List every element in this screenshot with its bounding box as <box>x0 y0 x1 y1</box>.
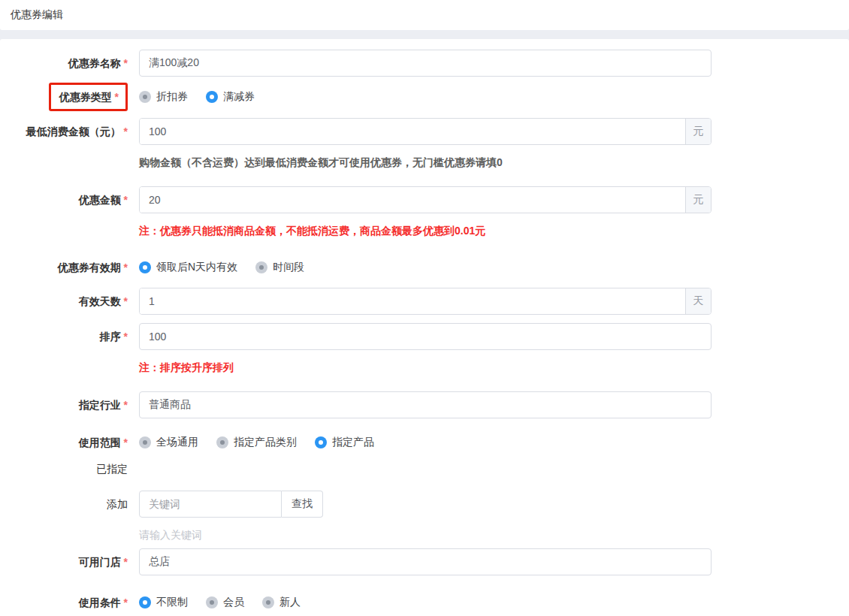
radio-label: 不限制 <box>156 596 188 609</box>
radio-icon <box>262 596 274 608</box>
field-available-store: 可用门店 <box>0 548 849 575</box>
radio-option-specified-category[interactable]: 指定产品类别 <box>216 436 297 449</box>
min-spend-label: 最低消费金额（元） <box>26 125 128 137</box>
usage-scope-label: 使用范围 <box>79 436 128 448</box>
radio-option-discount-coupon[interactable]: 折扣券 <box>139 90 188 104</box>
industry-label: 指定行业 <box>79 399 128 411</box>
min-spend-input[interactable] <box>140 119 685 144</box>
coupon-type-label: 优惠券类型 <box>59 91 119 103</box>
keyword-hint-text: 请输入关键词 <box>139 528 712 542</box>
discount-amount-input[interactable] <box>140 187 685 213</box>
field-usage-scope: 使用范围 全场通用 指定产品类别 指定产品 <box>0 433 849 451</box>
usage-condition-label: 使用条件 <box>79 596 128 608</box>
keyword-search-input[interactable] <box>139 491 282 518</box>
field-usage-condition: 使用条件 不限制 会员 新人 <box>0 593 849 611</box>
radio-label: 领取后N天内有效 <box>156 261 237 274</box>
radio-icon <box>255 261 267 273</box>
radio-icon-checked <box>206 91 218 103</box>
sort-order-label: 排序 <box>100 331 128 343</box>
field-assigned: 已指定 <box>0 460 849 477</box>
field-min-spend: 最低消费金额（元） 元 购物金额（不含运费）达到最低消费金额才可使用优惠券，无门… <box>0 118 849 169</box>
radio-option-time-range[interactable]: 时间段 <box>255 261 304 274</box>
field-add-keyword: 添加 查找 请输入关键词 <box>0 491 849 542</box>
field-valid-days: 有效天数 天 <box>0 288 849 315</box>
min-spend-help-text: 购物金额（不含运费）达到最低消费金额才可使用优惠券，无门槛优惠券请填0 <box>139 156 712 169</box>
sort-order-input[interactable] <box>139 323 712 350</box>
coupon-edit-form: 优惠券名称 优惠券类型 折扣券 满减券 最低消费金额（元） <box>0 39 849 616</box>
radio-option-all-products[interactable]: 全场通用 <box>139 436 198 449</box>
radio-icon-checked <box>139 596 151 608</box>
radio-label: 指定产品 <box>332 436 374 449</box>
radio-option-specified-product[interactable]: 指定产品 <box>315 436 374 449</box>
annotation-highlight-box: 优惠券类型 <box>49 83 128 111</box>
radio-label: 全场通用 <box>156 436 198 449</box>
field-discount-amount: 优惠金额 元 注：优惠券只能抵消商品金额，不能抵消运费，商品金额最多优惠到0.0… <box>0 186 849 237</box>
radio-icon <box>139 436 151 448</box>
radio-option-valid-n-days-after-claim[interactable]: 领取后N天内有效 <box>139 261 237 274</box>
field-industry: 指定行业 <box>0 391 849 418</box>
discount-amount-note: 注：优惠券只能抵消商品金额，不能抵消运费，商品金额最多优惠到0.01元 <box>139 224 712 237</box>
page-title: 优惠券编辑 <box>11 8 63 22</box>
field-sort-order: 排序 注：排序按升序排列 <box>0 323 849 374</box>
unit-suffix-yuan: 元 <box>685 187 711 213</box>
radio-icon-checked <box>315 436 327 448</box>
radio-icon-checked <box>139 261 151 273</box>
assigned-label: 已指定 <box>96 463 128 475</box>
valid-days-input[interactable] <box>140 288 685 314</box>
radio-option-member[interactable]: 会员 <box>206 596 244 609</box>
unit-suffix-yuan: 元 <box>685 119 711 144</box>
coupon-name-label: 优惠券名称 <box>68 57 128 69</box>
radio-option-full-reduction-coupon[interactable]: 满减券 <box>206 90 255 104</box>
unit-suffix-day: 天 <box>685 288 711 314</box>
search-button[interactable]: 查找 <box>282 491 323 518</box>
valid-days-label: 有效天数 <box>79 295 128 307</box>
radio-label: 新人 <box>279 596 301 609</box>
field-validity-type: 优惠券有效期 领取后N天内有效 时间段 <box>0 258 849 276</box>
radio-label: 满减券 <box>223 90 255 104</box>
coupon-name-input[interactable] <box>139 50 712 77</box>
available-store-input[interactable] <box>139 548 712 575</box>
discount-amount-label: 优惠金额 <box>79 194 128 206</box>
validity-type-label: 优惠券有效期 <box>58 261 128 273</box>
radio-label: 时间段 <box>273 261 304 274</box>
available-store-label: 可用门店 <box>79 556 128 568</box>
field-coupon-type: 优惠券类型 折扣券 满减券 <box>0 83 849 111</box>
radio-option-newcomer[interactable]: 新人 <box>262 596 301 609</box>
radio-icon <box>139 91 151 103</box>
radio-label: 指定产品类别 <box>234 436 297 449</box>
radio-icon <box>216 436 228 448</box>
radio-label: 折扣券 <box>156 90 188 104</box>
field-coupon-name: 优惠券名称 <box>0 50 849 77</box>
radio-icon <box>206 596 218 608</box>
sort-order-note: 注：排序按升序排列 <box>139 361 712 374</box>
add-label: 添加 <box>107 498 128 510</box>
radio-option-no-limit[interactable]: 不限制 <box>139 596 188 609</box>
radio-label: 会员 <box>223 596 244 609</box>
industry-input[interactable] <box>139 391 712 418</box>
page-header: 优惠券编辑 <box>0 0 849 30</box>
